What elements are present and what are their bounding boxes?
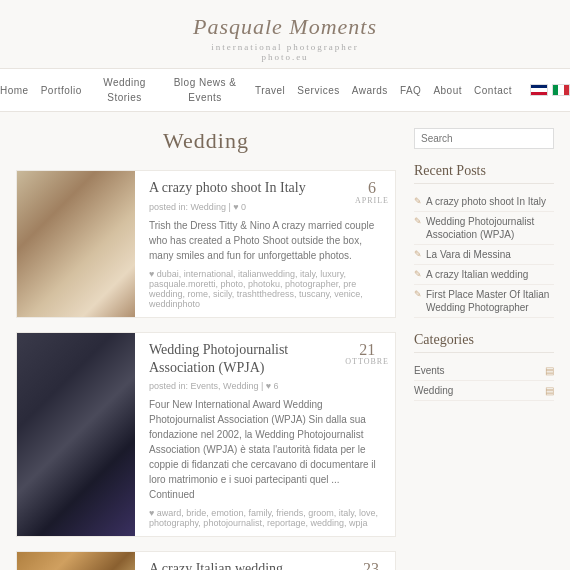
folder-icon: ▤	[545, 385, 554, 396]
list-item[interactable]: First Place Master Of Italian Wedding Ph…	[414, 285, 554, 318]
nav-home[interactable]: Home	[0, 85, 29, 96]
post-title-1[interactable]: A crazy photo shoot In Italy	[149, 179, 387, 197]
search-input[interactable]	[414, 128, 554, 149]
nav-faq[interactable]: FAQ	[400, 85, 422, 96]
main-navigation: Home Portfolio Wedding Stories Blog News…	[0, 69, 570, 112]
post-meta-2: posted in: Events, Wedding | ♥ 6	[149, 381, 387, 391]
post-thumbnail	[17, 333, 135, 536]
post-body-1: 6 APRILE A crazy photo shoot In Italy po…	[145, 171, 395, 316]
post-thumbnail	[17, 171, 135, 316]
category-list: Events ▤ Wedding ▤	[414, 361, 554, 401]
post-date-badge-2: 21 OTTOBRE	[345, 341, 389, 367]
nav-travel[interactable]: Travel	[255, 85, 285, 96]
post-item: 23 LUGLIO A crazy Italian wedding posted…	[16, 551, 396, 570]
nav-services[interactable]: Services	[297, 85, 339, 96]
post-item: 21 OTTOBRE Wedding Photojournalist Assoc…	[16, 332, 396, 537]
flag-uk[interactable]	[530, 84, 548, 96]
nav-blog[interactable]: Blog News & Events	[174, 77, 237, 103]
folder-icon: ▤	[545, 365, 554, 376]
recent-posts-heading: Recent Posts	[414, 163, 554, 184]
post-date-badge-1: 6 APRILE	[355, 179, 389, 205]
post-date-day: 6	[355, 179, 389, 197]
site-header: Pasquale Moments international photograp…	[0, 0, 570, 69]
sidebar: Recent Posts A crazy photo shoot In Ital…	[414, 128, 554, 570]
post-body-3: 23 LUGLIO A crazy Italian wedding posted…	[145, 552, 395, 570]
post-title-3[interactable]: A crazy Italian wedding	[149, 560, 387, 570]
post-date-month: OTTOBRE	[345, 358, 389, 367]
post-date-day: 23	[353, 560, 389, 570]
post-body-2: 21 OTTOBRE Wedding Photojournalist Assoc…	[145, 333, 395, 536]
nav-about[interactable]: About	[433, 85, 462, 96]
page-title: Wedding	[16, 128, 396, 154]
categories-heading: Categories	[414, 332, 554, 353]
category-item[interactable]: Events ▤	[414, 361, 554, 381]
category-label: Events	[414, 365, 445, 376]
post-thumbnail	[17, 552, 135, 570]
main-content: Wedding 6 APRILE A crazy photo shoot In …	[16, 128, 396, 570]
post-image-3	[17, 552, 135, 570]
post-image-2	[17, 333, 135, 536]
list-item[interactable]: La Vara di Messina	[414, 245, 554, 265]
page-wrapper: Wedding 6 APRILE A crazy photo shoot In …	[0, 112, 570, 570]
post-tags-1: ♥ dubai, international, italianwedding, …	[149, 269, 387, 309]
post-excerpt-2: Four New International Award Wedding Pho…	[149, 397, 387, 502]
site-title: Pasquale Moments	[0, 14, 570, 40]
nav-awards[interactable]: Awards	[352, 85, 388, 96]
post-item: 6 APRILE A crazy photo shoot In Italy po…	[16, 170, 396, 317]
post-excerpt-1: Trish the Dress Titty & Nino A crazy mar…	[149, 218, 387, 263]
categories-section: Categories Events ▤ Wedding ▤	[414, 332, 554, 401]
nav-wedding-stories[interactable]: Wedding Stories	[103, 77, 146, 103]
post-tags-2: ♥ award, bride, emotion, family, friends…	[149, 508, 387, 528]
post-date-badge-3: 23 LUGLIO	[353, 560, 389, 570]
flag-it[interactable]	[552, 84, 570, 96]
post-image-1	[17, 171, 135, 316]
list-item[interactable]: A crazy Italian wedding	[414, 265, 554, 285]
recent-posts-list: A crazy photo shoot In Italy Wedding Pho…	[414, 192, 554, 318]
post-date-day: 21	[345, 341, 389, 359]
site-subtitle: international photographerPhoto.eu	[0, 42, 570, 62]
post-meta-1: posted in: Wedding | ♥ 0	[149, 202, 387, 212]
nav-portfolio[interactable]: Portfolio	[41, 85, 82, 96]
post-date-month: APRILE	[355, 197, 389, 206]
category-item[interactable]: Wedding ▤	[414, 381, 554, 401]
nav-contact[interactable]: Contact	[474, 85, 512, 96]
list-item[interactable]: Wedding Photojournalist Association (WPJ…	[414, 212, 554, 245]
category-label: Wedding	[414, 385, 453, 396]
list-item[interactable]: A crazy photo shoot In Italy	[414, 192, 554, 212]
